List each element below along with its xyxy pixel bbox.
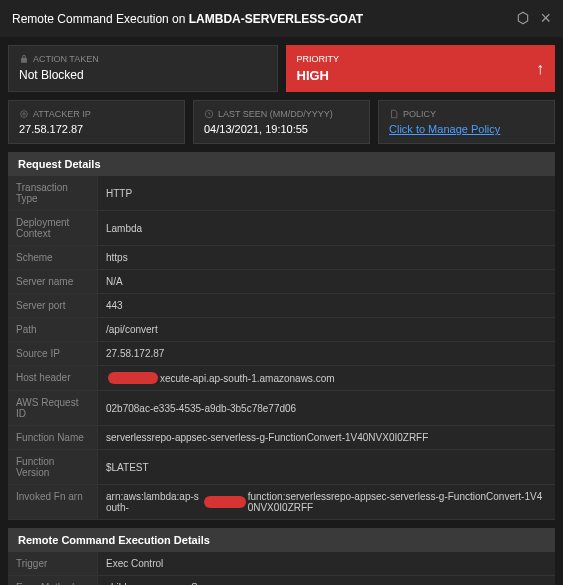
clock-icon xyxy=(204,109,214,119)
label-aws-request-id: AWS Request ID xyxy=(8,391,98,425)
row-host-header: Host header xecute-api.ap-south-1.amazon… xyxy=(8,366,555,391)
row-invoked-fn-arn: Invoked Fn arn arn:aws:lambda:ap-south-f… xyxy=(8,485,555,520)
label-function-name: Function Name xyxy=(8,426,98,449)
row-transaction-type: Transaction Type HTTP xyxy=(8,176,555,211)
row-function-version: Function Version $LATEST xyxy=(8,450,555,485)
row-scheme: Scheme https xyxy=(8,246,555,270)
value-deployment-context: Lambda xyxy=(98,211,555,245)
label-server-port: Server port xyxy=(8,294,98,317)
priority-label: PRIORITY xyxy=(297,54,340,64)
lastseen-label: LAST SEEN (MM/DD/YYYY) xyxy=(204,109,359,119)
value-function-name: serverlessrepo-appsec-serverless-g-Funct… xyxy=(98,426,555,449)
row-path: Path /api/convert xyxy=(8,318,555,342)
row-aws-request-id: AWS Request ID 02b708ac-e335-4535-a9db-3… xyxy=(8,391,555,426)
value-source-ip: 27.58.172.87 xyxy=(98,342,555,365)
value-aws-request-id: 02b708ac-e335-4535-a9db-3b5c78e77d06 xyxy=(98,391,555,425)
summary-row: ACTION TAKEN Not Blocked PRIORITY HIGH ↑ xyxy=(0,37,563,100)
action-label: ACTION TAKEN xyxy=(19,54,267,64)
value-transaction-type: HTTP xyxy=(98,176,555,210)
action-value: Not Blocked xyxy=(19,68,267,82)
action-taken-card: ACTION TAKEN Not Blocked xyxy=(8,45,278,92)
panel-title: Remote Command Execution on LAMBDA-SERVE… xyxy=(12,12,363,26)
label-path: Path xyxy=(8,318,98,341)
arrow-up-icon: ↑ xyxy=(536,60,544,78)
row-server-port: Server port 443 xyxy=(8,294,555,318)
value-host-header: xecute-api.ap-south-1.amazonaws.com xyxy=(98,366,555,390)
label-host-header: Host header xyxy=(8,366,98,390)
label-exec-method: Exec Method xyxy=(8,576,98,585)
value-function-version: $LATEST xyxy=(98,450,555,484)
value-server-port: 443 xyxy=(98,294,555,317)
value-scheme: https xyxy=(98,246,555,269)
row-source-ip: Source IP 27.58.172.87 xyxy=(8,342,555,366)
app-name: LAMBDA-SERVERLESS-GOAT xyxy=(189,12,363,26)
attacker-ip-card: ATTACKER IP 27.58.172.87 xyxy=(8,100,185,144)
close-icon[interactable]: × xyxy=(540,8,551,29)
label-server-name: Server name xyxy=(8,270,98,293)
value-exec-method: child_process.execSync xyxy=(98,576,555,585)
row-exec-method: Exec Method child_process.execSync xyxy=(8,576,555,585)
label-invoked-fn-arn: Invoked Fn arn xyxy=(8,485,98,519)
label-transaction-type: Transaction Type xyxy=(8,176,98,210)
target-icon xyxy=(19,109,29,119)
document-icon xyxy=(389,109,399,119)
value-invoked-fn-arn: arn:aws:lambda:ap-south-function:serverl… xyxy=(98,485,555,519)
policy-card: POLICY Click to Manage Policy xyxy=(378,100,555,144)
priority-card: PRIORITY HIGH ↑ xyxy=(286,45,556,92)
info-row: ATTACKER IP 27.58.172.87 LAST SEEN (MM/D… xyxy=(0,100,563,152)
svg-point-2 xyxy=(23,113,26,116)
row-function-name: Function Name serverlessrepo-appsec-serv… xyxy=(8,426,555,450)
row-server-name: Server name N/A xyxy=(8,270,555,294)
title-prefix: Remote Command Execution xyxy=(12,12,169,26)
redacted-block xyxy=(108,372,158,384)
label-trigger: Trigger xyxy=(8,552,98,575)
lastseen-value: 04/13/2021, 19:10:55 xyxy=(204,123,359,135)
request-details-section: Request Details Transaction Type HTTP De… xyxy=(8,152,555,520)
row-deployment-context: Deployment Context Lambda xyxy=(8,211,555,246)
redacted-block xyxy=(204,496,246,508)
svg-point-1 xyxy=(21,111,28,118)
value-trigger: Exec Control xyxy=(98,552,555,575)
attacker-label: ATTACKER IP xyxy=(19,109,174,119)
priority-value: HIGH xyxy=(297,68,340,83)
panel-header: Remote Command Execution on LAMBDA-SERVE… xyxy=(0,0,563,37)
label-scheme: Scheme xyxy=(8,246,98,269)
globe-icon[interactable] xyxy=(516,11,530,27)
label-function-version: Function Version xyxy=(8,450,98,484)
policy-link[interactable]: Click to Manage Policy xyxy=(389,123,544,135)
title-on: on xyxy=(169,12,189,26)
header-actions: × xyxy=(516,8,551,29)
value-server-name: N/A xyxy=(98,270,555,293)
label-source-ip: Source IP xyxy=(8,342,98,365)
value-path: /api/convert xyxy=(98,318,555,341)
lock-icon xyxy=(19,54,29,64)
policy-label: POLICY xyxy=(389,109,544,119)
svg-marker-0 xyxy=(519,12,528,24)
rce-details-section: Remote Command Execution Details Trigger… xyxy=(8,528,555,585)
rce-details-header: Remote Command Execution Details xyxy=(8,528,555,552)
label-deployment-context: Deployment Context xyxy=(8,211,98,245)
row-trigger: Trigger Exec Control xyxy=(8,552,555,576)
attacker-value: 27.58.172.87 xyxy=(19,123,174,135)
request-details-header: Request Details xyxy=(8,152,555,176)
last-seen-card: LAST SEEN (MM/DD/YYYY) 04/13/2021, 19:10… xyxy=(193,100,370,144)
